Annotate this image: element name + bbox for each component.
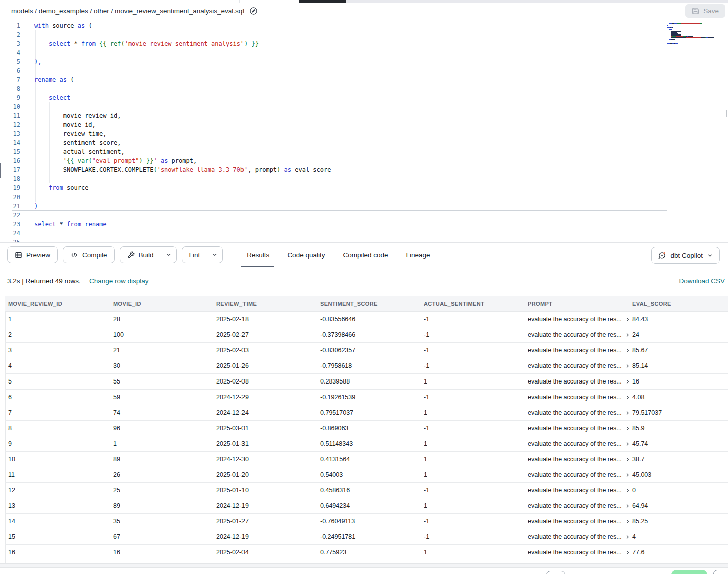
- table-row[interactable]: 1282025-02-18-0.83556646-1evaluate the a…: [5, 312, 728, 327]
- tab-scrollbar-thumb[interactable]: [299, 0, 346, 3]
- build-dropdown-caret[interactable]: [161, 247, 176, 263]
- code-line[interactable]: [34, 193, 663, 202]
- partial-green-pill[interactable]: [671, 570, 707, 574]
- code-line[interactable]: movie_review_id,: [34, 111, 663, 120]
- table-row[interactable]: 4302025-01-26-0.7958618-1evaluate the ac…: [5, 358, 728, 374]
- code-line[interactable]: [34, 174, 663, 183]
- code-line[interactable]: rename as (: [34, 75, 663, 84]
- column-header-movie_review_id[interactable]: MOVIE_REVIEW_ID: [5, 296, 110, 311]
- table-row[interactable]: 15672024-12-19-0.24951781-1evaluate the …: [5, 529, 728, 545]
- table-row[interactable]: 912025-01-310.511483431evaluate the accu…: [5, 436, 728, 452]
- editor-scrollbar-thumb[interactable]: [726, 110, 727, 117]
- table-row[interactable]: 21002025-02-27-0.37398466-1evaluate the …: [5, 327, 728, 343]
- expand-prompt-icon[interactable]: [625, 472, 629, 478]
- table-row[interactable]: 6592024-12-29-0.19261539-1evaluate the a…: [5, 390, 728, 405]
- line-number: 1: [0, 21, 20, 30]
- preview-button[interactable]: Preview: [7, 246, 58, 263]
- expand-prompt-icon[interactable]: [625, 426, 629, 431]
- code-line[interactable]: '{{ var("eval_prompt") }}' as prompt,: [34, 156, 663, 165]
- expand-prompt-icon[interactable]: [625, 488, 629, 493]
- table-row[interactable]: 5552025-02-080.28395881evaluate the accu…: [5, 374, 728, 390]
- lint-dropdown-caret[interactable]: [207, 247, 222, 263]
- table-row[interactable]: 16162025-02-040.7759231evaluate the accu…: [5, 545, 728, 560]
- code-line[interactable]: ),: [34, 57, 663, 66]
- column-header-eval_score[interactable]: EVAL_SCORE: [629, 296, 728, 311]
- table-cell: 89: [110, 498, 213, 513]
- expand-prompt-icon[interactable]: [625, 332, 629, 338]
- tab-code-quality[interactable]: Code quality: [278, 242, 334, 267]
- expand-prompt-icon[interactable]: [625, 550, 629, 555]
- compile-button[interactable]: Compile: [63, 246, 115, 263]
- code-line[interactable]: select: [34, 93, 663, 102]
- download-csv-link[interactable]: Download CSV: [679, 277, 725, 285]
- code-token: *: [70, 40, 81, 47]
- code-token: {{ var(: [67, 157, 92, 164]
- tab-lineage[interactable]: Lineage: [397, 242, 439, 267]
- expand-prompt-icon[interactable]: [625, 363, 629, 369]
- prompt-cell: evaluate the accuracy of the res...: [525, 452, 629, 467]
- code-line[interactable]: select * from rename: [34, 220, 663, 229]
- expand-prompt-icon[interactable]: [625, 441, 629, 447]
- code-line[interactable]: actual_sentiment,: [34, 147, 663, 156]
- code-line[interactable]: [34, 48, 663, 57]
- code-pane[interactable]: with source as ( select * from {{ ref('m…: [34, 21, 663, 242]
- code-token: rename: [85, 221, 106, 228]
- code-line[interactable]: review_time,: [34, 129, 663, 138]
- horizontal-scrollbar[interactable]: [0, 563, 728, 568]
- change-row-display-link[interactable]: Change row display: [89, 277, 149, 285]
- column-header-actual_sentiment[interactable]: ACTUAL_SENTIMENT: [421, 296, 525, 311]
- code-line[interactable]: [34, 84, 663, 93]
- expand-prompt-icon[interactable]: [625, 395, 629, 400]
- expand-prompt-icon[interactable]: [625, 348, 629, 353]
- code-line[interactable]: [34, 238, 663, 242]
- table-row[interactable]: 7742024-12-240.795170371evaluate the acc…: [5, 405, 728, 421]
- code-line[interactable]: [34, 66, 663, 75]
- column-header-sentiment_score[interactable]: SENTIMENT_SCORE: [317, 296, 421, 311]
- save-button[interactable]: Save: [685, 4, 725, 18]
- minimap[interactable]: [667, 21, 727, 47]
- partial-button[interactable]: [713, 570, 728, 574]
- line-number: 2: [0, 30, 20, 39]
- lint-button[interactable]: Lint: [182, 246, 223, 263]
- table-row[interactable]: 3212025-02-03-0.83062357-1evaluate the a…: [5, 343, 728, 358]
- column-header-review_time[interactable]: REVIEW_TIME: [213, 296, 317, 311]
- tab-results[interactable]: Results: [237, 242, 278, 267]
- code-line[interactable]: movie_id,: [34, 120, 663, 129]
- code-line[interactable]: [34, 30, 663, 39]
- expand-prompt-icon[interactable]: [625, 379, 629, 385]
- code-line[interactable]: from source: [34, 183, 663, 193]
- code-line[interactable]: [34, 211, 663, 220]
- code-line[interactable]: select * from {{ ref('movie_review_senti…: [34, 39, 663, 48]
- code-line[interactable]: sentiment_score,: [34, 138, 663, 147]
- expand-prompt-icon[interactable]: [625, 457, 629, 462]
- table-row[interactable]: 12252025-01-100.4586316-1evaluate the ac…: [5, 483, 728, 498]
- code-line[interactable]: [34, 102, 663, 111]
- code-line[interactable]: [34, 229, 663, 238]
- code-editor[interactable]: 1234567891011121314151617181920212223242…: [0, 19, 728, 242]
- column-header-movie_id[interactable]: MOVIE_ID: [110, 296, 213, 311]
- expand-prompt-icon[interactable]: [625, 410, 629, 416]
- code-token: *: [56, 221, 67, 228]
- expand-prompt-icon[interactable]: [625, 317, 629, 322]
- partial-button[interactable]: [546, 571, 565, 574]
- table-row[interactable]: 13892024-12-190.64942341evaluate the acc…: [5, 498, 728, 514]
- table-row[interactable]: 11262025-01-200.540031evaluate the accur…: [5, 467, 728, 483]
- table-row[interactable]: 14352025-01-27-0.76049113-1evaluate the …: [5, 514, 728, 529]
- tab-compiled-code[interactable]: Compiled code: [334, 242, 397, 267]
- column-header-prompt[interactable]: PROMPT: [525, 296, 629, 311]
- table-row[interactable]: 8962025-03-01-0.869063-1evaluate the acc…: [5, 421, 728, 436]
- dbt-copilot-button[interactable]: dbt Copilot: [651, 247, 720, 264]
- table-cell: 85.9: [629, 421, 728, 436]
- build-button[interactable]: Build: [120, 246, 177, 263]
- code-line[interactable]: with source as (: [34, 21, 663, 30]
- code-line[interactable]: ): [34, 202, 663, 211]
- breadcrumb[interactable]: models / demo_examples / other / movie_r…: [11, 7, 244, 15]
- table-row[interactable]: 10892024-12-300.41315641evaluate the acc…: [5, 452, 728, 467]
- expand-prompt-icon[interactable]: [625, 519, 629, 524]
- code-line[interactable]: SNOWFLAKE.CORTEX.COMPLETE('snowflake-lla…: [34, 165, 663, 174]
- expand-prompt-icon[interactable]: [625, 534, 629, 540]
- code-token: from: [49, 184, 63, 192]
- code-token: [34, 94, 49, 101]
- expand-prompt-icon[interactable]: [625, 503, 629, 509]
- build-button-label: Build: [139, 251, 154, 259]
